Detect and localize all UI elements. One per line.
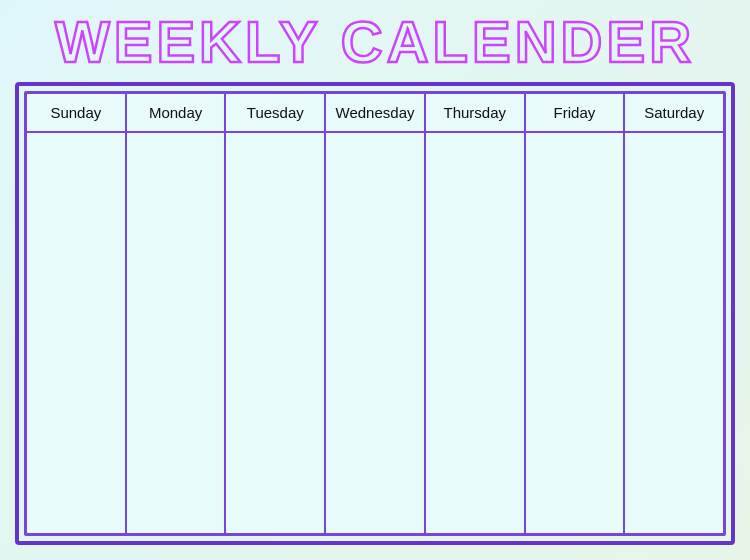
day-header-sunday: Sunday — [27, 94, 127, 131]
day-header-tuesday: Tuesday — [226, 94, 326, 131]
day-cell-thursday[interactable] — [426, 133, 526, 533]
calendar-header: Sunday Monday Tuesday Wednesday Thursday… — [27, 94, 723, 133]
page-wrapper: WEEKLY CALENDER Sunday Monday Tuesday We… — [0, 0, 750, 560]
day-cell-monday[interactable] — [127, 133, 227, 533]
day-cell-sunday[interactable] — [27, 133, 127, 533]
day-cell-tuesday[interactable] — [226, 133, 326, 533]
calendar-body — [27, 133, 723, 533]
day-header-monday: Monday — [127, 94, 227, 131]
day-cell-friday[interactable] — [526, 133, 626, 533]
page-title: WEEKLY CALENDER — [55, 10, 695, 74]
day-header-friday: Friday — [526, 94, 626, 131]
calendar-inner-border: Sunday Monday Tuesday Wednesday Thursday… — [24, 91, 726, 536]
day-header-wednesday: Wednesday — [326, 94, 426, 131]
day-header-saturday: Saturday — [625, 94, 723, 131]
day-cell-wednesday[interactable] — [326, 133, 426, 533]
calendar-outer-border: Sunday Monday Tuesday Wednesday Thursday… — [15, 82, 735, 545]
day-header-thursday: Thursday — [426, 94, 526, 131]
day-cell-saturday[interactable] — [625, 133, 723, 533]
